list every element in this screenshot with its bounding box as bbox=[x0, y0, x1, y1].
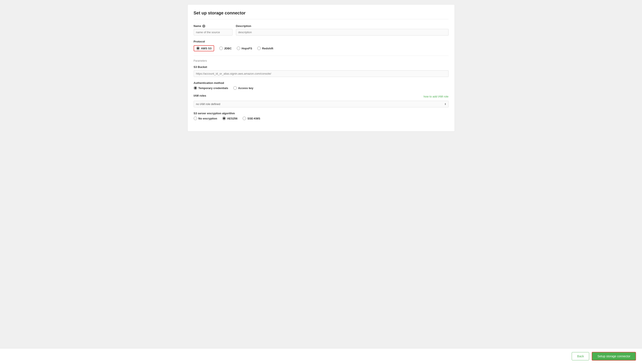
auth-method-label: Authentication method bbox=[194, 81, 448, 84]
footer-bar: Back Setup storage connector bbox=[0, 348, 642, 364]
s3-bucket-input[interactable] bbox=[194, 70, 448, 77]
protocol-radio-redshift[interactable] bbox=[257, 46, 261, 50]
auth-radio-temp-creds[interactable] bbox=[194, 86, 197, 90]
setup-storage-card: Set up storage connector Name i Descript… bbox=[188, 4, 455, 132]
encryption-label-sse-kms: SSE-KMS bbox=[247, 117, 260, 120]
back-button[interactable]: Back bbox=[572, 352, 589, 360]
encryption-radio-group: No encryption AES256 SSE-KMS bbox=[194, 117, 448, 120]
protocol-section: Protocol AWS S3 JDBC HopsFS Redshift bbox=[194, 40, 448, 51]
auth-method-section: Authentication method Temporary credenti… bbox=[194, 81, 448, 90]
protocol-label-hopsfs: HopsFS bbox=[242, 47, 252, 50]
auth-option-temp-creds[interactable]: Temporary credentials bbox=[194, 86, 228, 90]
params-label: Parameters bbox=[194, 59, 448, 62]
encryption-radio-sse-kms[interactable] bbox=[242, 117, 246, 120]
name-input[interactable] bbox=[194, 29, 232, 36]
encryption-option-aes256[interactable]: AES256 bbox=[222, 117, 238, 120]
iam-roles-section: IAM roles how to add IAM role no IAM rol… bbox=[194, 94, 448, 108]
protocol-option-hopsfs[interactable]: HopsFS bbox=[237, 46, 252, 50]
description-label: Description bbox=[236, 24, 448, 28]
protocol-label-jdbc: JDBC bbox=[224, 47, 232, 50]
description-input[interactable] bbox=[236, 29, 448, 36]
auth-radio-access-key[interactable] bbox=[233, 86, 237, 90]
iam-link[interactable]: how to add IAM role bbox=[424, 95, 448, 98]
encryption-label-none: No encryption bbox=[198, 117, 217, 120]
encryption-section: S3 server encryption algorithm No encryp… bbox=[194, 112, 448, 120]
protocol-option-aws-s3[interactable]: AWS S3 bbox=[194, 45, 214, 51]
name-info-icon[interactable]: i bbox=[202, 24, 205, 28]
auth-label-temp-creds: Temporary credentials bbox=[198, 86, 228, 90]
protocol-radio-aws-s3[interactable] bbox=[196, 46, 200, 50]
protocol-option-redshift[interactable]: Redshift bbox=[257, 46, 273, 50]
auth-radio-group: Temporary credentials Access key bbox=[194, 86, 448, 90]
page-title: Set up storage connector bbox=[194, 10, 448, 19]
name-group: Name i bbox=[194, 24, 232, 36]
protocol-radio-hopsfs[interactable] bbox=[237, 46, 240, 50]
s3-bucket-label: S3 Bucket bbox=[194, 65, 448, 68]
protocol-radio-group: AWS S3 JDBC HopsFS Redshift bbox=[194, 45, 448, 51]
iam-roles-select-wrapper: no IAM role defined ⬍ bbox=[194, 101, 448, 108]
encryption-radio-aes256[interactable] bbox=[222, 117, 226, 120]
s3-bucket-section: S3 Bucket bbox=[194, 65, 448, 77]
encryption-label: S3 server encryption algorithm bbox=[194, 112, 448, 115]
encryption-label-aes256: AES256 bbox=[227, 117, 238, 120]
protocol-label-redshift: Redshift bbox=[262, 47, 273, 50]
auth-option-access-key[interactable]: Access key bbox=[233, 86, 254, 90]
description-group: Description bbox=[236, 24, 448, 36]
encryption-radio-none[interactable] bbox=[194, 117, 197, 120]
setup-storage-connector-button[interactable]: Setup storage connector bbox=[592, 352, 636, 360]
iam-roles-label: IAM roles bbox=[194, 94, 206, 97]
auth-label-access-key: Access key bbox=[238, 86, 254, 90]
encryption-option-none[interactable]: No encryption bbox=[194, 117, 217, 120]
name-label: Name i bbox=[194, 24, 232, 28]
protocol-radio-jdbc[interactable] bbox=[219, 46, 223, 50]
protocol-option-jdbc[interactable]: JDBC bbox=[219, 46, 232, 50]
name-desc-row: Name i Description bbox=[194, 24, 448, 36]
encryption-option-sse-kms[interactable]: SSE-KMS bbox=[242, 117, 260, 120]
iam-roles-header-row: IAM roles how to add IAM role bbox=[194, 94, 448, 99]
iam-roles-select[interactable]: no IAM role defined bbox=[194, 101, 448, 108]
protocol-label-aws-s3: AWS S3 bbox=[201, 47, 212, 50]
protocol-label: Protocol bbox=[194, 40, 448, 43]
